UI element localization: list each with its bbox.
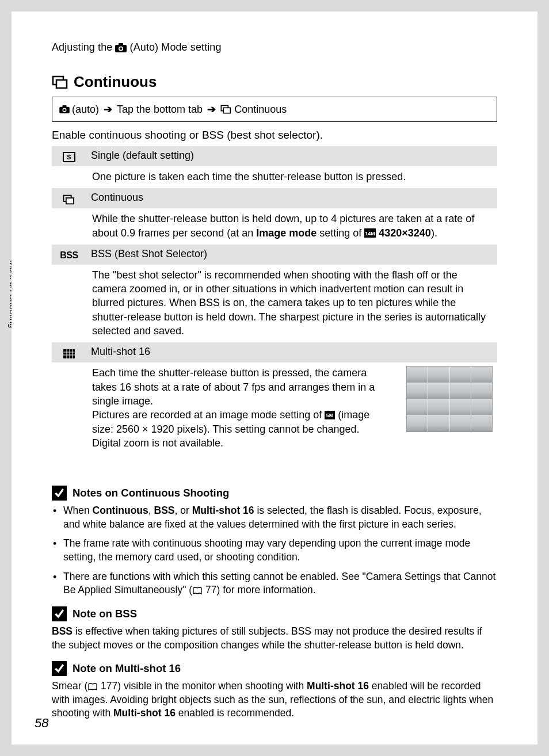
option-bss-label: BSS (Best Shot Selector) — [86, 245, 497, 265]
svg-rect-7 — [63, 105, 67, 108]
header-suffix: (Auto) Mode setting — [127, 41, 221, 53]
multishot-sample-image — [406, 366, 493, 432]
checkmark-icon — [52, 486, 67, 501]
multishot-icon — [63, 349, 75, 359]
14m-icon: 14M — [364, 228, 376, 238]
svg-rect-18 — [63, 349, 75, 358]
book-icon — [192, 587, 203, 595]
option-continuous-label: Continuous — [86, 188, 497, 208]
text: Each time the shutter-release button is … — [92, 366, 389, 408]
text: , or — [175, 505, 192, 516]
breadcrumb-step1: (auto) — [72, 104, 99, 116]
note-item: When Continuous, BSS, or Multi-shot 16 i… — [52, 504, 497, 531]
note-heading-text: Note on BSS — [73, 608, 137, 620]
text-bold: Continuous — [93, 505, 148, 516]
breadcrumb: (auto) ➔ Tap the bottom tab ➔ Continuous — [52, 97, 497, 122]
svg-point-3 — [120, 47, 123, 50]
page-number: 58 — [35, 716, 48, 731]
svg-rect-15 — [66, 198, 74, 204]
svg-point-9 — [63, 109, 66, 111]
text: 177) visible in the monitor when shootin… — [98, 680, 307, 692]
text: Pictures are recorded at an image mode s… — [92, 408, 389, 436]
svg-text:5M: 5M — [326, 413, 334, 418]
arrow-icon: ➔ — [104, 103, 112, 116]
breadcrumb-step2: Tap the bottom tab — [117, 104, 203, 116]
svg-rect-5 — [56, 80, 67, 88]
camera-icon — [115, 43, 127, 52]
option-continuous-header: Continuous — [52, 188, 497, 208]
option-single-desc: One picture is taken each time the shutt… — [52, 166, 497, 188]
page-header: Adjusting the (Auto) Mode setting — [52, 41, 497, 54]
text-bold: Multi-shot 16 — [192, 505, 254, 516]
option-single-label: Single (default setting) — [86, 146, 497, 166]
section-title: Continuous — [52, 73, 497, 91]
text: 77) for more information. — [203, 584, 315, 595]
continuous-icon — [63, 194, 75, 205]
book-icon — [87, 683, 98, 691]
option-bss-desc: The "best shot selector" is recommended … — [52, 265, 497, 342]
header-prefix: Adjusting the — [52, 41, 115, 53]
note-heading-text: Note on Multi-shot 16 — [73, 662, 181, 675]
option-continuous-desc: While the shutter-release button is held… — [52, 208, 497, 245]
note-bss: Note on BSS BSS is effective when taking… — [52, 606, 497, 652]
text-bold: Multi-shot 16 — [307, 680, 369, 692]
checkmark-icon — [52, 606, 67, 621]
svg-text:14M: 14M — [365, 231, 376, 236]
text-bold: 4320×3240 — [379, 227, 431, 239]
svg-rect-11 — [223, 108, 230, 113]
continuous-icon — [220, 105, 232, 114]
text-bold: BSS — [52, 625, 73, 637]
note-multishot: Note on Multi-shot 16 Smear ( 177) visib… — [52, 661, 497, 720]
single-icon: S — [63, 152, 75, 162]
section-title-text: Continuous — [74, 73, 157, 91]
intro-text: Enable continuous shooting or BSS (best … — [52, 129, 497, 142]
checkmark-icon — [52, 661, 67, 676]
option-multishot-label: Multi-shot 16 — [86, 342, 497, 362]
option-multishot-desc: Each time the shutter-release button is … — [52, 362, 497, 455]
text: Digital zoom is not available. — [92, 436, 389, 450]
text: , — [148, 505, 154, 516]
option-bss-header: BSS BSS (Best Shot Selector) — [52, 245, 497, 265]
text: is effective when taking pictures of sti… — [52, 625, 482, 651]
svg-rect-1 — [119, 43, 123, 45]
note-item: The frame rate with continuous shooting … — [52, 537, 497, 564]
options-table: S Single (default setting) One picture i… — [52, 146, 497, 455]
text-bold: Image mode — [256, 227, 317, 239]
text: Smear ( — [52, 680, 87, 692]
option-multishot-header: Multi-shot 16 — [52, 342, 497, 362]
text: When — [63, 505, 93, 516]
svg-text:S: S — [67, 154, 71, 161]
note-body: Smear ( 177) visible in the monitor when… — [52, 679, 497, 720]
note-continuous: Notes on Continuous Shooting When Contin… — [52, 486, 497, 597]
text: setting of — [317, 227, 364, 239]
text: Pictures are recorded at an image mode s… — [92, 409, 325, 421]
camera-icon — [59, 105, 70, 113]
text-bold: BSS — [154, 505, 175, 516]
bss-icon: BSS — [60, 250, 78, 260]
5m-icon: 5M — [325, 411, 335, 419]
continuous-icon — [52, 75, 69, 89]
text-bold: Multi-shot 16 — [113, 707, 176, 719]
note-body: BSS is effective when taking pictures of… — [52, 625, 497, 652]
note-heading-text: Notes on Continuous Shooting — [73, 487, 229, 499]
text: enabled is recommended. — [176, 707, 294, 719]
arrow-icon: ➔ — [207, 103, 216, 116]
breadcrumb-step3: Continuous — [234, 104, 287, 116]
page: Adjusting the (Auto) Mode setting Contin… — [12, 12, 537, 744]
option-single-header: S Single (default setting) — [52, 146, 497, 166]
text: ). — [431, 227, 437, 239]
note-item: There are functions with which this sett… — [52, 570, 497, 597]
